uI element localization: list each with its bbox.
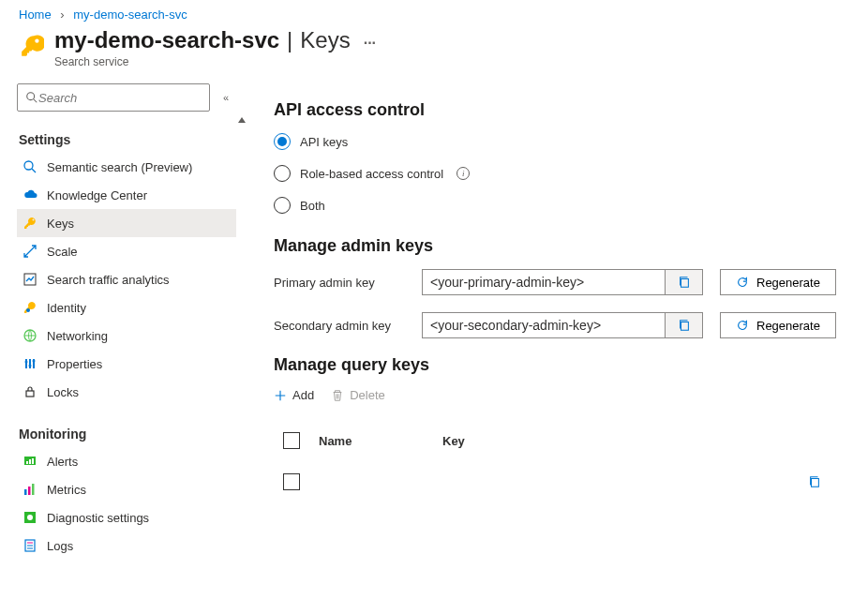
copy-icon	[808, 475, 821, 488]
props-icon	[22, 356, 37, 371]
svg-line-1	[34, 99, 37, 103]
breadcrumb-current[interactable]: my-demo-search-svc	[73, 7, 187, 22]
search-icon	[25, 91, 38, 104]
svg-line-3	[32, 169, 36, 172]
regenerate-primary-button[interactable]: Regenerate	[720, 269, 836, 295]
copy-query-key-button[interactable]	[808, 475, 831, 488]
sidebar-item-label: Keys	[47, 217, 74, 231]
sidebar-item-diagnostic[interactable]: Diagnostic settings	[17, 503, 236, 532]
key-icon	[19, 33, 45, 59]
primary-key-row: Primary admin key <your-primary-admin-ke…	[274, 269, 840, 295]
radio-api-keys[interactable]: API keys	[274, 133, 840, 150]
page-header: my-demo-search-svc | Keys ··· Search ser…	[0, 25, 868, 83]
cloud-icon	[22, 187, 37, 202]
radio-icon	[274, 133, 291, 150]
sidebar-item-label: Semantic search (Preview)	[47, 160, 192, 174]
row-checkbox[interactable]	[283, 473, 300, 490]
radio-both[interactable]: Both	[274, 197, 840, 214]
secondary-key-row: Secondary admin key <your-secondary-admi…	[274, 312, 840, 338]
select-all-checkbox[interactable]	[283, 432, 300, 449]
metrics-icon	[22, 482, 37, 497]
delete-query-key-button[interactable]: Delete	[331, 388, 385, 402]
svg-point-2	[24, 161, 33, 170]
primary-key-label: Primary admin key	[274, 276, 405, 290]
sidebar-item-alerts[interactable]: Alerts	[17, 447, 236, 475]
svg-rect-17	[32, 458, 34, 464]
collapse-sidebar-icon[interactable]: «	[217, 92, 234, 103]
svg-rect-19	[28, 487, 31, 495]
sidebar-item-label: Diagnostic settings	[47, 511, 149, 525]
more-icon[interactable]: ···	[364, 35, 376, 52]
query-key-row[interactable]	[276, 460, 838, 503]
sidebar-item-scale[interactable]: Scale	[17, 237, 236, 265]
info-icon[interactable]: i	[456, 167, 470, 180]
svg-point-5	[26, 308, 30, 312]
sidebar-item-label: Properties	[47, 357, 102, 371]
refresh-icon	[736, 276, 749, 289]
trash-icon	[331, 389, 344, 402]
search-input[interactable]	[38, 91, 202, 105]
logs-icon	[22, 538, 37, 553]
sidebar-group-label: Monitoring	[19, 427, 236, 442]
sidebar-item-label: Scale	[47, 245, 78, 259]
sidebar-item-identity[interactable]: Identity	[17, 293, 236, 322]
breadcrumb-home[interactable]: Home	[19, 7, 52, 22]
sidebar-item-label: Identity	[47, 301, 86, 315]
sidebar-item-locks[interactable]: Locks	[17, 378, 236, 406]
svg-point-0	[27, 93, 35, 100]
api-access-heading: API access control	[274, 100, 840, 120]
query-keys-toolbar: Add Delete	[274, 388, 840, 402]
svg-rect-16	[29, 459, 31, 464]
copy-primary-key-button[interactable]	[665, 270, 702, 294]
svg-rect-18	[24, 489, 27, 495]
regenerate-secondary-button[interactable]: Regenerate	[720, 312, 836, 338]
sidebar-item-properties[interactable]: Properties	[17, 350, 236, 378]
radio-icon	[274, 197, 291, 214]
page-title: my-demo-search-svc | Keys ···	[54, 27, 376, 53]
resource-type: Search service	[54, 55, 376, 68]
primary-key-field[interactable]: <your-primary-admin-key>	[422, 269, 703, 295]
sidebar-item-label: Networking	[47, 329, 108, 343]
refresh-icon	[736, 319, 749, 332]
page-section: Keys	[300, 27, 350, 53]
add-query-key-button[interactable]: Add	[274, 388, 314, 402]
sidebar-item-knowledge[interactable]: Knowledge Center	[17, 181, 236, 209]
sidebar-item-label: Logs	[47, 539, 73, 553]
sidebar-item-semantic[interactable]: Semantic search (Preview)	[17, 153, 236, 181]
breadcrumb: Home › my-demo-search-svc	[0, 0, 868, 25]
secondary-key-field[interactable]: <your-secondary-admin-key>	[422, 312, 703, 338]
radio-label: Role-based access control	[300, 167, 443, 181]
sidebar-search[interactable]	[17, 83, 210, 112]
radio-label: API keys	[300, 135, 348, 149]
svg-rect-29	[812, 479, 819, 487]
radio-role-based-access-control[interactable]: Role-based access controli	[274, 165, 840, 182]
main-content: API access control API keysRole-based ac…	[242, 83, 868, 560]
sidebar-item-metrics[interactable]: Metrics	[17, 475, 236, 503]
sidebar-item-label: Metrics	[47, 483, 86, 497]
chevron-right-icon: ›	[60, 7, 64, 22]
query-keys-heading: Manage query keys	[274, 355, 840, 375]
svg-rect-20	[32, 484, 35, 495]
copy-secondary-key-button[interactable]	[665, 313, 702, 337]
primary-key-value: <your-primary-admin-key>	[423, 270, 665, 294]
svg-point-10	[25, 361, 28, 364]
column-key[interactable]: Key	[435, 423, 799, 458]
sidebar-item-logs[interactable]: Logs	[17, 532, 236, 560]
sidebar-item-label: Alerts	[47, 455, 78, 469]
svg-point-11	[29, 365, 32, 367]
sidebar-group-label: Settings	[19, 132, 236, 147]
sidebar: « SettingsSemantic search (Preview)Knowl…	[0, 83, 242, 560]
admin-keys-heading: Manage admin keys	[274, 236, 840, 256]
sidebar-item-label: Locks	[47, 385, 79, 399]
scroll-up-icon[interactable]	[236, 117, 246, 560]
scale-icon	[22, 244, 37, 259]
svg-rect-27	[681, 279, 688, 288]
sidebar-item-networking[interactable]: Networking	[17, 322, 236, 350]
copy-icon	[678, 276, 691, 289]
column-name[interactable]: Name	[311, 423, 433, 458]
query-key-value	[435, 460, 799, 503]
globe-icon	[22, 328, 37, 343]
query-keys-table: Name Key	[274, 421, 840, 505]
sidebar-item-traffic[interactable]: Search traffic analytics	[17, 265, 236, 293]
sidebar-item-keys[interactable]: Keys	[17, 209, 236, 237]
